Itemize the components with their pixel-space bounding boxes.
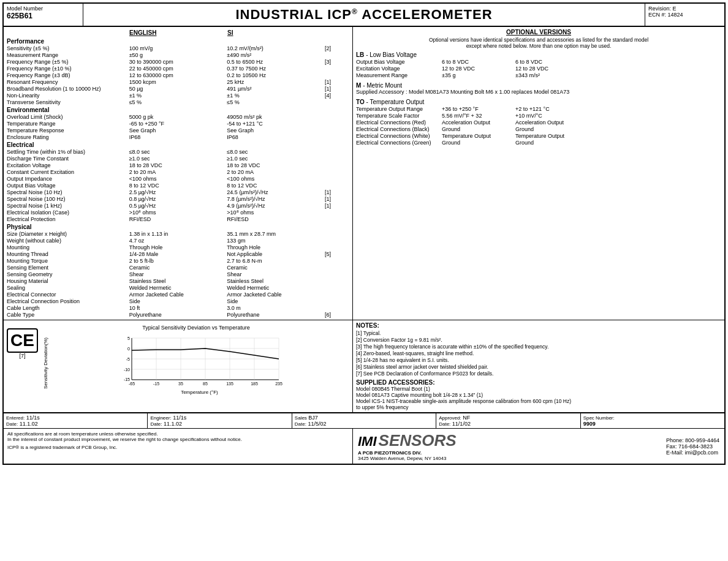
spec-note: [325, 149, 349, 155]
revision-line: Revision: E: [648, 6, 721, 12]
spec-label: Sensing Geometry: [7, 271, 129, 277]
to-section: TO - Temperature Output Temperature Outp…: [356, 99, 721, 146]
electrical-specs: Settling Time (within 1% of bias) ≤8.0 s…: [7, 148, 349, 222]
spec-label: Constant Current Excitation: [7, 169, 129, 175]
graph-area: Typical Sensitivity Deviation vs Tempera…: [43, 325, 349, 395]
spec-si: 2 to 20 mA: [227, 169, 325, 175]
spec-si: 49050 m/s² pk: [227, 114, 325, 120]
spec-si: 0.2 to 10500 Hz: [227, 72, 325, 78]
lb-section: LB - Low Bias Voltage Output Bias Voltag…: [356, 51, 721, 78]
spec-row: Enclosure Rating IP68 IP68: [7, 134, 349, 140]
note-item: [3] The high frequency tolerance is accu…: [356, 344, 721, 350]
to-spec-row: Electrical Connections (Red) Acceleratio…: [356, 119, 721, 126]
spec-note: [1]: [325, 79, 349, 85]
spec-note: [6]: [325, 312, 349, 318]
to-spec-row: Temperature Scale Factor 5.56 mV/°F + 32…: [356, 112, 721, 119]
fax: Fax: 716-684-3823: [666, 443, 719, 450]
spec-label: Housing Material: [7, 278, 129, 284]
company-logo: IMI SENSORS A PCB PIEZOTRONICS DIV. 3425…: [358, 431, 457, 461]
spec-row: Cable Length 10 ft 3.0 m: [7, 304, 349, 311]
spec-english: 0.8 µg/√Hz: [129, 196, 227, 202]
m-subtitle: - Metric Mount: [363, 82, 402, 89]
company-imi: IMI: [358, 434, 377, 450]
spec-english: Welded Hermetic: [129, 285, 227, 291]
model-number-value: 625B61: [7, 12, 80, 20]
company-sensors: SENSORS: [379, 431, 457, 450]
spec-note: [3]: [325, 59, 349, 65]
title-text: INDUSTRIAL ICP® ACCELEROMETER: [235, 7, 492, 23]
spec-note: [325, 169, 349, 175]
spec-note: [325, 285, 349, 291]
accessory-item: Model 081A73 Captive mounting bolt 1/4-2…: [356, 392, 721, 398]
spec-si: ≥1.0 sec: [227, 156, 325, 162]
model-number-label: Model Number: [7, 6, 80, 12]
spec-row: Output Bias Voltage 8 to 12 VDC 8 to 12 …: [7, 182, 349, 189]
spec-row: Frequency Range (±10 %) 22 to 450000 cpm…: [7, 65, 349, 72]
to-title: TO: [356, 99, 365, 105]
spec-label: Cable Length: [7, 305, 129, 311]
spec-english: 100 mV/g: [129, 45, 227, 51]
spec-english: ≤8.0 sec: [129, 149, 227, 155]
notes-title: NOTES:: [356, 322, 721, 329]
spec-si: 0.37 to 7500 Hz: [227, 66, 325, 72]
svg-text:235: 235: [276, 382, 283, 386]
disclaimer2: In the interest of constant product impr…: [7, 437, 349, 442]
spec-note: [1]: [325, 196, 349, 202]
spec-si: 491 µm/s²: [227, 86, 325, 92]
spec-row: Resonant Frequency 1500 kcpm 25 kHz [1]: [7, 78, 349, 85]
spec-label: Cable Type: [7, 312, 129, 318]
lb-spec-row: Output Bias Voltage 6 to 8 VDC 6 to 8 VD…: [356, 58, 721, 65]
spec-si: Through Hole: [227, 244, 325, 250]
svg-text:0: 0: [128, 347, 131, 351]
spec-label: Temperature Range: [7, 121, 129, 127]
spec-row: Sensing Geometry Shear Shear: [7, 271, 349, 277]
spec-label: Electrical Protection: [7, 216, 129, 222]
spec-label: Weight (without cable): [7, 238, 129, 244]
spec-row: Measurement Range ±50 g ±490 m/s²: [7, 51, 349, 58]
spec-row: Non-Linearity ±1 % ±1 % [4]: [7, 92, 349, 99]
spec-label: Frequency Range (±10 %): [7, 66, 129, 72]
spec-note: [325, 121, 349, 127]
spec-si: 24.5 (µm/s²)/√Hz: [227, 189, 325, 195]
spec-row: Transverse Sensitivity ≤5 % ≤5 %: [7, 99, 349, 105]
spec-label: Overload Limit (Shock): [7, 114, 129, 120]
bottom-right: NOTES: [1] Typical.[2] Conversion Factor…: [353, 320, 724, 412]
spec-note: [325, 209, 349, 216]
spec-row: Sealing Welded Hermetic Welded Hermetic: [7, 284, 349, 291]
column-headers: ENGLISH SI: [7, 29, 349, 37]
spec-note: [1]: [325, 203, 349, 209]
spec-row: Constant Current Excitation 2 to 20 mA 2…: [7, 168, 349, 175]
spec-label: Mounting Torque: [7, 258, 129, 264]
spec-si: 4.9 (µm/s²)/√Hz: [227, 203, 325, 209]
footer-row: All specifications are at room temperatu…: [4, 429, 724, 464]
optional-versions-title: OPTIONAL VERSIONS: [356, 29, 721, 36]
spec-note: [325, 216, 349, 222]
spec-note: [325, 298, 349, 304]
spec-english: <100 ohms: [129, 176, 227, 182]
spec-note: [325, 265, 349, 271]
spec-label: Mounting Thread: [7, 251, 129, 257]
optional-versions-desc: Optional versions have identical specifi…: [356, 37, 721, 49]
spec-si: Ceramic: [227, 265, 325, 271]
graph-container: Sensitivity Deviation(%): [43, 332, 349, 395]
spec-english: Through Hole: [129, 244, 227, 250]
main-content: ENGLISH SI Performance Sensitivity (±5 %…: [4, 27, 724, 320]
right-panel: OPTIONAL VERSIONS Optional versions have…: [353, 27, 724, 320]
english-header: ENGLISH: [129, 29, 227, 36]
spec-label: Frequency Range (±5 %): [7, 59, 129, 65]
spec-english: IP68: [129, 134, 227, 140]
spec-note: [325, 292, 349, 298]
spec-english: 5000 g pk: [129, 114, 227, 120]
spec-label: Measurement Range: [7, 52, 129, 58]
email: E-Mail: imi@pcb.com: [666, 450, 719, 456]
spec-si: 8 to 12 VDC: [227, 183, 325, 189]
spec-label: Non-Linearity: [7, 92, 129, 99]
spec-note: [325, 271, 349, 277]
note-item: [4] Zero-based, least-squares, straight …: [356, 350, 721, 356]
spec-note: [325, 278, 349, 284]
spec-english: 10 ft: [129, 305, 227, 311]
svg-text:-15: -15: [153, 382, 159, 386]
spec-row: Electrical Protection RFI/ESD RFI/ESD: [7, 216, 349, 222]
spec-row: Frequency Range (±3 dB) 12 to 630000 cpm…: [7, 72, 349, 78]
spec-english: 8 to 12 VDC: [129, 183, 227, 189]
